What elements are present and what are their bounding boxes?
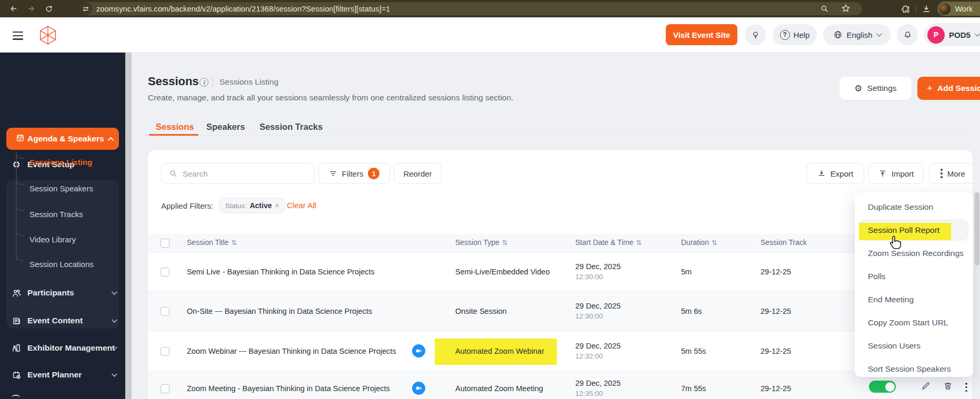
row-checkbox[interactable] (161, 347, 169, 356)
session-track: 29-12-25 (761, 307, 791, 315)
sidebar-item-session-speakers[interactable]: Session Speakers (29, 184, 93, 193)
sidebar-item-video-library[interactable]: Video Library (29, 235, 76, 244)
browser-profile-chip[interactable]: Work (937, 2, 980, 16)
table-row[interactable]: On-Site --- Bayesian Thinking in Data Sc… (148, 291, 973, 331)
site-info-icon[interactable] (79, 2, 92, 15)
session-date: 29 Dec, 2025 (575, 342, 621, 350)
session-title: Semi Live - Bayesian Thinking in Data Sc… (187, 268, 375, 276)
chevron-down-icon (876, 31, 882, 37)
column-session-title[interactable]: Session Title⇅ (187, 238, 237, 247)
menu-item-polls[interactable]: Polls (868, 272, 886, 281)
search-box[interactable] (161, 163, 315, 184)
session-track: 29-12-25 (761, 347, 791, 355)
page-scrollbar-thumb[interactable] (975, 192, 979, 265)
account-menu[interactable]: P POD5 (924, 23, 980, 46)
sidebar-item-session-tracks[interactable]: Session Tracks (29, 210, 83, 219)
table-header: Session Title⇅ Session Type⇅ Start Date … (148, 234, 973, 252)
filters-button[interactable]: Filters 1 (318, 163, 390, 184)
session-date: 29 Dec, 2025 (575, 379, 621, 387)
table-row[interactable]: Zoom Webinar --- Bayesian Thinking in Da… (148, 331, 973, 371)
menu-item-zoom-session-recordings[interactable]: Zoom Session Recordings (868, 249, 964, 258)
account-avatar: P (927, 26, 945, 44)
hand-cursor-icon (887, 234, 904, 253)
menu-item-sort-session-speakers[interactable]: Sort Session Speakers (868, 364, 951, 374)
zoom-icon (412, 344, 425, 357)
session-type: Semi-Live/Embedded Video (455, 268, 549, 276)
sidebar-item-event-planner[interactable]: Event Planner (0, 366, 125, 384)
browser-toolbar: zoomsync.vfairs.com/backend/v2/applicati… (0, 0, 980, 17)
sidebar-item-exhibitor-management[interactable]: Exhibitor Management (0, 339, 125, 357)
tab-speakers[interactable]: Speakers (206, 122, 245, 132)
edit-pencil-icon[interactable] (921, 381, 931, 393)
row-checkbox[interactable] (161, 384, 169, 393)
sidebar-item-session-locations[interactable]: Session Locations (29, 260, 94, 269)
language-selector[interactable]: English (823, 24, 891, 45)
hamburger-menu-icon[interactable] (13, 32, 23, 42)
sidebar-item-agenda-speakers[interactable]: Agenda & Speakers (6, 128, 119, 150)
settings-button[interactable]: ⚙ Settings (839, 77, 912, 100)
tab-sessions[interactable]: Sessions (156, 122, 194, 132)
browser-forward-icon[interactable] (27, 4, 36, 13)
menu-item-session-users[interactable]: Session Users (868, 341, 921, 351)
bookmark-star-icon[interactable] (841, 4, 851, 15)
tab-session-tracks[interactable]: Session Tracks (259, 122, 323, 132)
globe-icon (833, 30, 843, 39)
downloads-icon[interactable] (922, 4, 931, 14)
menu-item-copy-zoom-start-url[interactable]: Copy Zoom Start URL (868, 318, 948, 328)
visit-event-site-button[interactable]: Visit Event Site (666, 24, 737, 45)
search-input[interactable] (183, 169, 293, 178)
table-row[interactable]: Semi Live - Bayesian Thinking in Data Sc… (148, 252, 973, 291)
language-label: English (846, 30, 872, 39)
plus-icon: + (927, 83, 933, 94)
exhibitor-icon (11, 343, 22, 353)
row-kebab-menu-icon[interactable] (965, 383, 967, 392)
column-start-date[interactable]: Start Date & Time⇅ (575, 238, 642, 247)
add-session-button[interactable]: + Add Session (917, 77, 980, 100)
partial-next-item-icon (12, 395, 20, 398)
info-icon[interactable]: i (199, 78, 208, 87)
session-type: Automated Zoom Meeting (455, 384, 543, 393)
status-toggle[interactable] (869, 381, 896, 393)
toolbar-divider (916, 5, 916, 13)
sidebar-item-participants[interactable]: Participants (0, 284, 125, 302)
calendar-check-icon (16, 134, 25, 145)
reorder-button[interactable]: Reorder (394, 163, 442, 184)
help-button[interactable]: ? Help (773, 24, 817, 45)
row-checkbox[interactable] (161, 307, 169, 316)
import-button[interactable]: Import (868, 163, 924, 184)
row-checkbox[interactable] (161, 268, 169, 277)
export-button[interactable]: Export (806, 163, 864, 184)
vfairs-logo[interactable] (39, 25, 57, 47)
sidebar-item-sessions-listing[interactable]: Sessions Listing (29, 158, 92, 167)
menu-item-session-poll-report[interactable]: Session Poll Report (868, 226, 939, 235)
chevron-down-icon (112, 289, 117, 295)
notifications-bell-button[interactable] (897, 24, 918, 45)
menu-item-duplicate-session[interactable]: Duplicate Session (868, 202, 933, 212)
whats-new-bulb-button[interactable] (745, 24, 766, 45)
address-bar[interactable]: zoomsync.vfairs.com/backend/v2/applicati… (79, 2, 862, 15)
sidebar-scrollbar[interactable] (125, 53, 132, 399)
chevron-down-icon (975, 31, 980, 37)
sort-icon: ⇅ (502, 239, 507, 247)
menu-item-end-meeting[interactable]: End Meeting (868, 295, 914, 304)
browser-reload-icon[interactable] (45, 5, 53, 13)
table-row[interactable]: Zoom Meeting - Bayesian Thinking in Data… (148, 371, 973, 399)
sort-icon: ⇅ (712, 239, 717, 247)
zoom-icon (412, 382, 425, 395)
column-duration[interactable]: Duration⇅ (681, 238, 717, 247)
extensions-puzzle-icon[interactable] (901, 4, 911, 14)
newspaper-icon (11, 316, 22, 325)
browser-back-icon[interactable] (9, 4, 18, 13)
sidebar-item-event-content[interactable]: Event Content (0, 312, 125, 330)
chip-close-icon[interactable]: × (275, 201, 279, 210)
search-icon (169, 169, 177, 178)
delete-trash-icon[interactable] (943, 381, 953, 393)
search-tabs-icon[interactable] (820, 4, 829, 15)
browser-profile-avatar (939, 3, 951, 15)
status-filter-chip[interactable]: Status: Active × (218, 198, 286, 213)
more-button[interactable]: More (929, 163, 973, 184)
select-all-checkbox[interactable] (161, 239, 169, 248)
people-icon (11, 289, 22, 298)
column-session-type[interactable]: Session Type⇅ (455, 238, 507, 247)
clear-all-filters-link[interactable]: Clear All (287, 201, 316, 210)
